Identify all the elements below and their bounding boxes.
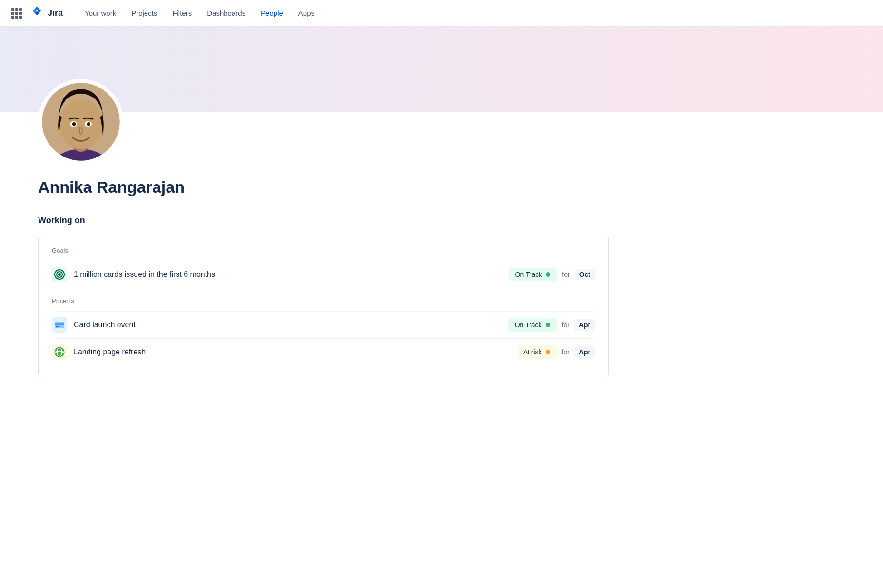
goal-1-status-text: On Track bbox=[515, 271, 542, 278]
nav-filters[interactable]: Filters bbox=[166, 5, 198, 21]
project-2-status-badge: At risk bbox=[517, 345, 557, 359]
hero-banner bbox=[0, 27, 883, 112]
svg-point-9 bbox=[57, 130, 61, 134]
svg-point-8 bbox=[87, 122, 90, 126]
svg-rect-15 bbox=[55, 323, 64, 325]
working-on-section: Working on Goals 1 million cards issued bbox=[38, 216, 845, 377]
nav-links: Your work Projects Filters Dashboards Pe… bbox=[78, 5, 872, 21]
project-2-for: for bbox=[562, 348, 569, 356]
projects-label: Projects bbox=[52, 297, 595, 304]
goal-item-1[interactable]: 1 million cards issued in the first 6 mo… bbox=[52, 261, 595, 288]
goal-1-status-badge: On Track bbox=[509, 268, 558, 281]
goal-1-status-dot bbox=[546, 272, 550, 277]
target-icon bbox=[54, 269, 65, 280]
project-item-2[interactable]: Landing page refresh At risk for Apr bbox=[52, 338, 595, 365]
logo[interactable]: Jira bbox=[29, 6, 63, 21]
svg-rect-16 bbox=[56, 326, 59, 327]
jira-logo-icon bbox=[29, 6, 45, 21]
project-2-icon bbox=[52, 344, 67, 360]
navbar: Jira Your work Projects Filters Dashboar… bbox=[0, 0, 883, 27]
project-2-label: Landing page refresh bbox=[74, 348, 146, 356]
project-1-status-badge: On Track bbox=[508, 318, 557, 332]
section-title: Working on bbox=[38, 216, 845, 225]
project-1-status-dot bbox=[546, 323, 550, 327]
project-1-label: Card launch event bbox=[74, 321, 136, 329]
goals-label: Goals bbox=[52, 247, 595, 254]
app-switcher-icon[interactable] bbox=[11, 8, 22, 19]
nav-dashboards[interactable]: Dashboards bbox=[200, 5, 252, 21]
svg-point-13 bbox=[58, 273, 61, 276]
nav-apps[interactable]: Apps bbox=[292, 5, 321, 21]
nav-projects[interactable]: Projects bbox=[125, 5, 164, 21]
goal-1-for: for bbox=[562, 271, 569, 278]
nav-your-work[interactable]: Your work bbox=[78, 5, 123, 21]
avatar bbox=[38, 79, 124, 165]
nav-people[interactable]: People bbox=[254, 5, 290, 21]
project-1-icon bbox=[52, 317, 67, 333]
project-2-status-dot bbox=[546, 350, 550, 354]
project-item-1[interactable]: Card launch event On Track for Apr bbox=[52, 311, 595, 338]
goal-icon bbox=[52, 267, 67, 282]
globe-icon bbox=[54, 346, 65, 358]
avatar-wrapper bbox=[38, 79, 124, 167]
user-name: Annika Rangarajan bbox=[38, 178, 845, 196]
logo-text: Jira bbox=[48, 8, 63, 18]
project-1-month: Apr bbox=[574, 319, 595, 331]
project-2-status-text: At risk bbox=[523, 348, 542, 356]
project-2-month: Apr bbox=[574, 346, 595, 358]
card-icon bbox=[54, 319, 65, 331]
work-card: Goals 1 million cards issued in the firs… bbox=[38, 235, 609, 377]
profile-section: Annika Rangarajan Working on Goals bbox=[0, 112, 883, 377]
project-1-status-text: On Track bbox=[515, 321, 542, 329]
svg-point-6 bbox=[72, 122, 76, 126]
goal-1-label: 1 million cards issued in the first 6 mo… bbox=[74, 270, 215, 279]
project-1-for: for bbox=[562, 321, 569, 329]
goal-1-month: Oct bbox=[575, 269, 595, 280]
